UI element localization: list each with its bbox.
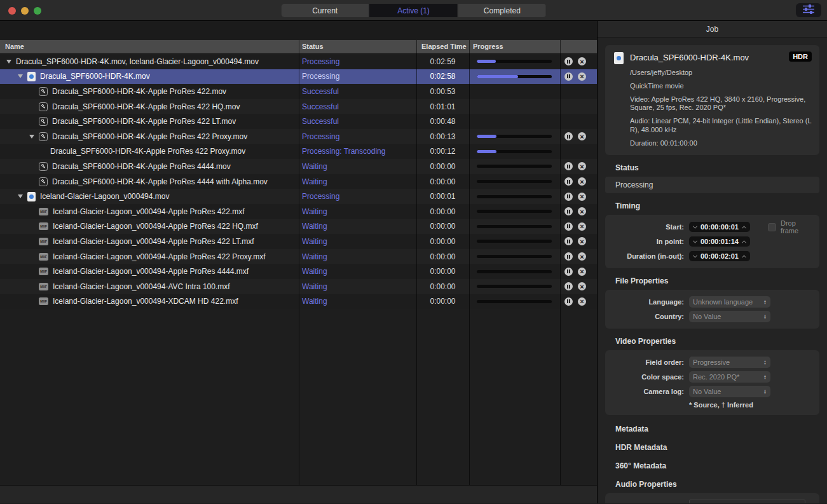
name-cell: MXFIceland-Glacier-Lagoon_v000494-Apple … xyxy=(0,204,299,219)
pause-icon[interactable] xyxy=(564,193,573,201)
quicktime-file-icon xyxy=(614,52,624,64)
country-label: Country: xyxy=(614,313,684,320)
cancel-icon[interactable] xyxy=(578,268,586,276)
in-point-timecode-value[interactable]: 00:00:01:14 xyxy=(701,238,739,245)
tab-current[interactable]: Current xyxy=(281,4,369,17)
progress-cell xyxy=(469,219,560,235)
file-name: Iceland-Glacier-Lagoon_v000494-XDCAM HD … xyxy=(53,297,238,306)
cancel-icon[interactable] xyxy=(578,177,586,186)
pause-icon[interactable] xyxy=(564,282,573,290)
pause-icon[interactable] xyxy=(564,297,573,306)
elapsed-time: 0:00:00 xyxy=(416,294,469,310)
camera-log-dropdown[interactable]: No Value ▲▼ xyxy=(689,386,770,397)
file-name: Dracula_SPF6000-HDR-4K-Apple ProRes 4444… xyxy=(52,162,231,171)
pause-icon[interactable] xyxy=(564,207,573,215)
cancel-icon[interactable] xyxy=(578,132,586,140)
progress-bar xyxy=(477,270,552,273)
field-order-dropdown[interactable]: Progressive ▲▼ xyxy=(689,357,770,368)
country-dropdown[interactable]: No Value ▲▼ xyxy=(689,311,770,322)
pause-icon[interactable] xyxy=(564,268,573,276)
cancel-icon[interactable] xyxy=(578,57,586,65)
language-value: Unknown language xyxy=(693,298,753,306)
column-divider[interactable] xyxy=(560,40,561,485)
cancel-icon[interactable] xyxy=(578,237,586,245)
column-header-elapsed-time[interactable]: Elapsed Time xyxy=(421,43,467,50)
duration-timecode-stepper[interactable]: 00:00:02:01 xyxy=(689,251,750,261)
start-timecode-stepper[interactable]: 00:00:00:01 xyxy=(689,222,750,232)
cancel-icon[interactable] xyxy=(578,222,586,231)
row-controls xyxy=(560,279,597,294)
disclosure-triangle-icon[interactable] xyxy=(17,74,24,78)
row-indent xyxy=(0,226,28,227)
cancel-icon[interactable] xyxy=(578,297,586,306)
status-text: Waiting xyxy=(299,264,416,279)
column-header-progress[interactable]: Progress xyxy=(473,43,503,50)
file-name: Iceland-Glacier-Lagoon_v000494.mov xyxy=(40,192,169,201)
pause-icon[interactable] xyxy=(564,222,573,231)
in-point-timecode-stepper[interactable]: 00:00:01:14 xyxy=(689,236,750,247)
column-divider[interactable] xyxy=(416,40,417,485)
progress-cell xyxy=(469,279,560,294)
progress-cell xyxy=(469,84,560,99)
elapsed-time: 0:00:00 xyxy=(416,174,469,189)
disclosure-triangle-icon[interactable] xyxy=(17,194,24,198)
pause-icon[interactable] xyxy=(564,132,573,140)
pause-icon[interactable] xyxy=(564,72,573,81)
cancel-icon[interactable] xyxy=(578,193,586,201)
disclosure-triangle-icon xyxy=(28,105,36,109)
job-inspector: Job Dracula_SPF6000-HDR-4K.mov HDR /User… xyxy=(597,21,827,503)
status-text: Processing xyxy=(299,189,416,204)
start-timecode-value[interactable]: 00:00:00:01 xyxy=(701,223,739,231)
disclosure-triangle-icon[interactable] xyxy=(5,60,13,64)
name-cell: Iceland-Glacier-Lagoon_v000494.mov xyxy=(0,189,299,204)
audio-track-field: ✓ Stereo (L R) ▲▼ xyxy=(689,500,805,503)
row-indent xyxy=(0,256,28,257)
chevron-down-icon[interactable] xyxy=(693,238,697,243)
column-divider[interactable] xyxy=(299,40,299,485)
cancel-icon[interactable] xyxy=(578,72,586,81)
pause-icon[interactable] xyxy=(564,237,573,245)
name-cell: Dracula_SPF6000-HDR-4K-Apple ProRes 422 … xyxy=(0,144,299,160)
cancel-icon[interactable] xyxy=(578,282,586,290)
cancel-icon[interactable] xyxy=(578,207,586,215)
status-text: Waiting xyxy=(299,174,416,189)
column-divider[interactable] xyxy=(469,40,470,485)
chevron-down-icon[interactable] xyxy=(693,253,697,257)
drop-frame-checkbox[interactable] xyxy=(768,223,776,231)
pause-icon[interactable] xyxy=(564,162,573,170)
progress-bar xyxy=(477,75,552,78)
source-file-card: Dracula_SPF6000-HDR-4K.mov HDR /Users/je… xyxy=(605,45,819,155)
zoom-window-button[interactable] xyxy=(34,7,41,15)
chevron-up-icon[interactable] xyxy=(742,255,746,259)
tab-active[interactable]: Active (1) xyxy=(369,4,457,17)
elapsed-time: 0:00:00 xyxy=(416,279,469,294)
pause-icon[interactable] xyxy=(564,177,573,186)
disclosure-triangle-icon xyxy=(28,165,36,168)
pause-icon[interactable] xyxy=(564,57,573,65)
tab-completed[interactable]: Completed xyxy=(458,4,546,17)
name-cell: Dracula_SPF6000-HDR-4K-Apple ProRes 4444… xyxy=(0,174,299,189)
updown-arrows-icon: ▲▼ xyxy=(763,360,767,365)
duration-timecode-value[interactable]: 00:00:02:01 xyxy=(701,252,739,260)
column-header-status[interactable]: Status xyxy=(302,43,324,50)
minimize-window-button[interactable] xyxy=(21,7,29,15)
language-dropdown[interactable]: Unknown language ▲▼ xyxy=(689,296,770,308)
chevron-up-icon[interactable] xyxy=(742,240,746,245)
column-header-name[interactable]: Name xyxy=(5,43,24,50)
progress-cell xyxy=(469,294,560,310)
mxf-file-icon: MXF xyxy=(39,283,48,290)
color-space-value: Rec. 2020 PQ* xyxy=(693,373,739,381)
disclosure-triangle-icon[interactable] xyxy=(28,135,36,139)
progress-bar xyxy=(477,210,552,213)
color-space-dropdown[interactable]: Rec. 2020 PQ* ▲▼ xyxy=(689,371,770,383)
close-window-button[interactable] xyxy=(8,7,16,15)
chevron-up-icon[interactable] xyxy=(742,226,746,230)
cancel-icon[interactable] xyxy=(578,162,586,170)
filter-settings-button[interactable] xyxy=(796,3,821,17)
tab-current-label: Current xyxy=(312,6,338,15)
row-controls xyxy=(560,294,597,310)
cancel-icon[interactable] xyxy=(578,252,586,261)
section-header-video-properties: Video Properties xyxy=(615,337,827,346)
pause-icon[interactable] xyxy=(564,252,573,261)
chevron-down-icon[interactable] xyxy=(693,224,697,228)
